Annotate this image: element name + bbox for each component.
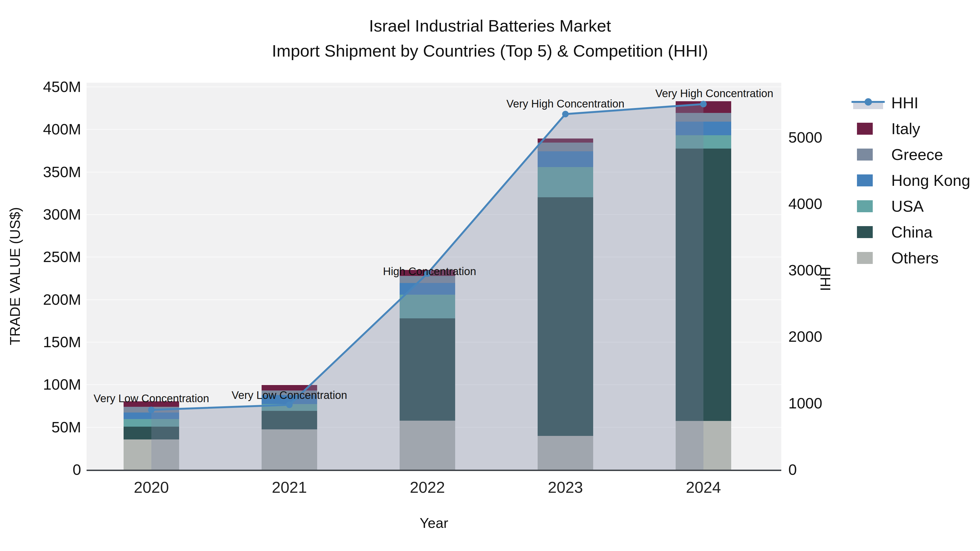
bar-segment-others-2021[interactable] (262, 429, 317, 470)
y-axis-tick-label-450m: 450M (5, 79, 81, 94)
y-axis-tick-label-350m: 350M (5, 164, 81, 179)
legend-label-greece: Greece (891, 147, 943, 162)
legend-label-hong-kong: Hong Kong (891, 173, 970, 188)
legend-color-chip-china (857, 226, 873, 238)
bar-segment-usa-2023[interactable] (538, 167, 593, 197)
x-axis-tick-label-2024: 2024 (686, 480, 721, 495)
legend-label-china: China (891, 224, 932, 240)
y-axis-title: TRADE VALUE (US$) (8, 207, 22, 345)
bar-segment-italy-2023[interactable] (538, 138, 593, 143)
bar-segment-greece-2024[interactable] (676, 113, 731, 122)
bar-segment-greece-2023[interactable] (538, 143, 593, 151)
annotation-2020: Very Low Concentration (94, 393, 209, 404)
x-axis-tick-label-2022: 2022 (410, 480, 445, 495)
bar-segment-china-2022[interactable] (399, 318, 455, 421)
legend-swatch-slot-hong-kong (850, 175, 891, 186)
bar-segment-china-2020[interactable] (124, 427, 179, 440)
bar-segment-usa-2024[interactable] (676, 135, 731, 149)
bar-segment-china-2024[interactable] (676, 149, 731, 421)
x-axis-title: Year (420, 516, 448, 530)
bar-segment-china-2023[interactable] (538, 197, 593, 436)
bar-segment-hong-kong-2024[interactable] (676, 122, 731, 135)
bar-segment-others-2020[interactable] (124, 440, 179, 470)
legend-item-china[interactable]: China (850, 219, 970, 245)
figure: Israel Industrial Batteries Market Impor… (0, 0, 980, 551)
annotation-2022: High Concentration (383, 266, 476, 277)
legend-label-usa: USA (891, 198, 924, 214)
bar-segment-others-2024[interactable] (676, 421, 731, 470)
annotation-2024: Very High Concentration (655, 88, 773, 99)
legend: HHIItalyGreeceHong KongUSAChinaOthers (850, 90, 970, 271)
annotation-2023: Very High Concentration (506, 98, 624, 109)
bar-segment-usa-2021[interactable] (262, 404, 317, 411)
legend-label-others: Others (891, 250, 939, 266)
bar-segment-hong-kong-2023[interactable] (538, 151, 593, 167)
annotation-2021: Very Low Concentration (232, 390, 347, 400)
legend-swatch-slot-hhi (850, 95, 891, 110)
y-axis-tick-label-0: 0 (5, 462, 81, 477)
legend-item-usa[interactable]: USA (850, 193, 970, 219)
legend-label-italy: Italy (891, 121, 920, 137)
legend-color-chip-hong-kong (857, 175, 873, 186)
legend-color-chip-usa (857, 200, 873, 212)
y2-axis-tick-label-2000: 2000 (788, 329, 822, 344)
bar-segment-others-2022[interactable] (399, 421, 455, 470)
y2-axis-tick-label-1000: 1000 (788, 395, 822, 411)
legend-swatch-slot-others (850, 252, 891, 264)
chart-title: Israel Industrial Batteries Market Impor… (0, 17, 980, 59)
y2-axis-tick-label-0: 0 (788, 462, 797, 477)
x-axis-tick-label-2023: 2023 (548, 480, 583, 495)
legend-item-hhi[interactable]: HHI (850, 90, 970, 116)
bar-segment-others-2023[interactable] (538, 436, 593, 470)
legend-color-chip-greece (857, 149, 873, 160)
hhi-line-swatch-icon (851, 95, 885, 110)
y2-axis-tick-label-3000: 3000 (788, 263, 822, 278)
y-axis-tick-label-50m: 50M (5, 419, 81, 435)
legend-item-greece[interactable]: Greece (850, 141, 970, 167)
x-axis-tick-label-2020: 2020 (134, 480, 169, 495)
chart-title-line2: Import Shipment by Countries (Top 5) & C… (0, 43, 980, 59)
legend-swatch-slot-usa (850, 200, 891, 212)
hhi-marker-swatch (865, 98, 872, 106)
legend-item-others[interactable]: Others (850, 245, 970, 271)
legend-color-chip-italy (857, 123, 873, 135)
legend-swatch-slot-italy (850, 123, 891, 135)
y2-axis-title: HHI (818, 267, 832, 291)
bar-segment-hong-kong-2020[interactable] (124, 413, 179, 419)
bar-segment-hong-kong-2022[interactable] (399, 283, 455, 295)
legend-item-hong-kong[interactable]: Hong Kong (850, 167, 970, 193)
legend-item-italy[interactable]: Italy (850, 116, 970, 141)
bar-segment-usa-2020[interactable] (124, 419, 179, 427)
y-axis-tick-label-400m: 400M (5, 122, 81, 137)
legend-swatch-slot-greece (850, 149, 891, 160)
bar-segment-china-2021[interactable] (262, 411, 317, 429)
bar-segment-italy-2024[interactable] (676, 101, 731, 113)
bar-segment-greece-2020[interactable] (124, 407, 179, 413)
chart-title-line1: Israel Industrial Batteries Market (0, 17, 980, 34)
y2-axis-tick-label-5000: 5000 (788, 130, 822, 145)
legend-color-chip-others (857, 252, 873, 264)
x-axis-tick-label-2021: 2021 (272, 480, 307, 495)
y2-axis-tick-label-4000: 4000 (788, 196, 822, 211)
legend-swatch-slot-china (850, 226, 891, 238)
bar-segment-usa-2022[interactable] (399, 295, 455, 318)
legend-label-hhi: HHI (891, 95, 918, 111)
y-axis-tick-label-100m: 100M (5, 377, 81, 392)
